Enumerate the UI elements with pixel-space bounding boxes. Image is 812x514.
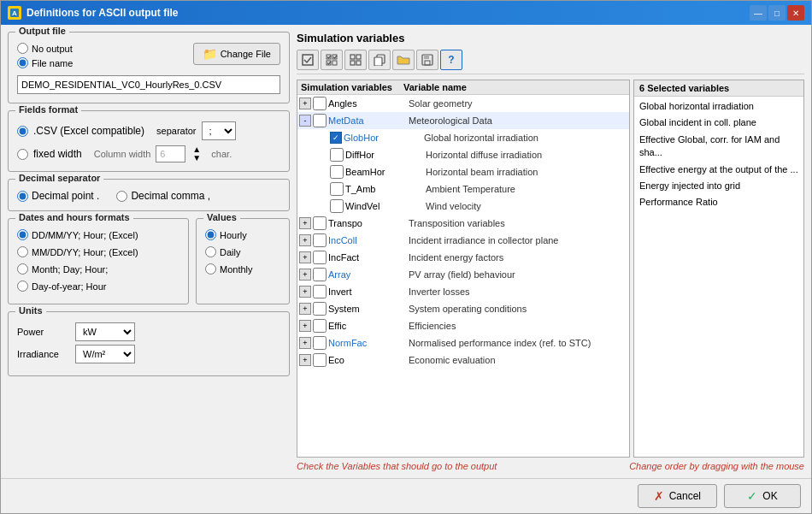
cancel-icon: ✗ <box>654 489 664 503</box>
check-angles[interactable] <box>313 97 327 110</box>
check-metdata[interactable] <box>313 114 327 127</box>
date-label-2[interactable]: Month; Day; Hour; <box>32 264 108 275</box>
tree-row-effic[interactable]: + Effic Efficiencies <box>297 317 629 334</box>
cancel-button[interactable]: ✗ Cancel <box>638 484 717 508</box>
maximize-button[interactable]: □ <box>768 5 786 21</box>
decimal-comma-radio[interactable] <box>116 191 127 202</box>
toolbar-btn-2[interactable] <box>344 50 367 70</box>
tree-row-array[interactable]: + Array PV array (field) behaviour <box>297 266 629 283</box>
values-label-1[interactable]: Daily <box>220 247 240 257</box>
values-label-0[interactable]: Hourly <box>220 230 247 240</box>
check-normfac[interactable] <box>313 336 327 350</box>
toolbar-btn-3[interactable] <box>368 50 391 70</box>
selected-item-0[interactable]: Global horizontal irradiation <box>634 98 803 115</box>
toolbar-btn-5[interactable] <box>416 50 438 70</box>
minimize-button[interactable]: — <box>750 5 767 21</box>
no-output-label[interactable]: No output <box>32 44 73 54</box>
filename-input[interactable]: DEMO_RESIDENTIAL_VC0_HourlyRes_0.CSV <box>17 75 280 94</box>
date-radio-3[interactable] <box>17 281 28 292</box>
no-output-radio[interactable] <box>17 43 28 54</box>
file-name-radio[interactable] <box>17 57 28 68</box>
date-radio-0[interactable] <box>17 229 28 240</box>
tree-row-incfact[interactable]: + IncFact Incident energy factors <box>297 249 629 266</box>
fixed-width-label[interactable]: fixed width <box>33 148 82 160</box>
check-system[interactable] <box>313 302 327 316</box>
fixed-width-row: fixed width Column width ▲ ▼ char. <box>17 145 280 162</box>
values-radio-0[interactable] <box>205 229 216 240</box>
node-eco: Eco <box>328 355 405 365</box>
tree-row-tamb[interactable]: T_Amb Ambient Temperature <box>297 180 629 198</box>
check-globhor[interactable] <box>330 132 342 144</box>
decimal-comma-label[interactable]: Decimal comma , <box>131 190 210 202</box>
tree-row-angles[interactable]: + Angles Solar geometry <box>297 95 629 112</box>
csv-label[interactable]: .CSV (Excel compatible) <box>33 125 144 137</box>
decimal-point-label[interactable]: Decimal point . <box>32 190 99 202</box>
selected-item-1[interactable]: Global incident in coll. plane <box>634 115 803 131</box>
tree-row-windvel[interactable]: WindVel Wind velocity <box>297 198 629 215</box>
check-windvel[interactable] <box>330 199 344 213</box>
check-eco[interactable] <box>313 353 327 367</box>
expand-incfact[interactable]: + <box>299 251 311 263</box>
file-name-label[interactable]: File name <box>32 58 73 68</box>
values-label-2[interactable]: Monthly <box>220 264 253 275</box>
check-array[interactable] <box>313 268 327 281</box>
expand-angles[interactable]: + <box>299 97 311 109</box>
desc-inccoll: Incident irradiance in collector plane <box>409 235 627 245</box>
selected-item-4[interactable]: Energy injected into grid <box>634 178 803 194</box>
check-transpo[interactable] <box>313 216 327 230</box>
expand-transpo[interactable]: + <box>299 217 311 229</box>
check-inccoll[interactable] <box>313 233 327 247</box>
expand-eco[interactable]: + <box>299 354 311 366</box>
selected-item-5[interactable]: Performance Ratio <box>634 194 803 210</box>
check-diffhor[interactable] <box>330 148 344 162</box>
tree-row-globhor[interactable]: GlobHor Global horizontal irradiation <box>297 129 629 146</box>
expand-invert[interactable]: + <box>299 286 311 298</box>
check-tamb[interactable] <box>330 182 344 196</box>
date-label-0[interactable]: DD/MM/YY; Hour; (Excel) <box>32 230 138 240</box>
toolbar-btn-4[interactable] <box>392 50 415 70</box>
tree-row-normfac[interactable]: + NormFac Normalised performance index (… <box>297 334 629 352</box>
power-select[interactable]: kW W MW <box>75 322 135 341</box>
tree-row-beamhor[interactable]: BeamHor Horizontal beam irradiation <box>297 163 629 180</box>
tree-row-system[interactable]: + System System operating conditions <box>297 300 629 317</box>
ok-button[interactable]: ✓ OK <box>724 484 801 508</box>
tree-row-metdata[interactable]: - MetData Meteorological Data <box>297 112 629 129</box>
expand-inccoll[interactable]: + <box>299 234 311 246</box>
date-label-3[interactable]: Day-of-year; Hour <box>32 281 106 292</box>
tree-row-eco[interactable]: + Eco Economic evaluation <box>297 352 629 369</box>
decimal-point-radio[interactable] <box>17 191 28 202</box>
expand-normfac[interactable]: + <box>299 337 311 349</box>
selected-item-3[interactable]: Effective energy at the output of the ..… <box>634 162 803 178</box>
tree-row-invert[interactable]: + Invert Inverter losses <box>297 283 629 300</box>
selected-item-2[interactable]: Effective Global, corr. for IAM and sha.… <box>634 132 803 162</box>
check-invert[interactable] <box>313 285 327 298</box>
date-radio-1[interactable] <box>17 246 28 257</box>
change-file-button[interactable]: 📁 Change File <box>193 43 280 65</box>
values-radio-1[interactable] <box>205 246 216 257</box>
tree-row-transpo[interactable]: + Transpo Transposition variables <box>297 215 629 232</box>
check-incfact[interactable] <box>313 251 327 264</box>
close-button[interactable]: ✕ <box>787 5 804 21</box>
toolbar-btn-6[interactable]: ? <box>440 50 462 70</box>
tree-row-diffhor[interactable]: DiffHor Horizontal diffuse irradiation <box>297 146 629 163</box>
fixed-width-radio[interactable] <box>17 149 28 160</box>
date-radio-2[interactable] <box>17 263 28 275</box>
irradiance-select[interactable]: W/m² kWh/m² <box>75 345 135 363</box>
values-radio-2[interactable] <box>205 263 216 275</box>
expand-metdata[interactable]: - <box>299 115 311 127</box>
toolbar-btn-1[interactable] <box>321 50 343 70</box>
expand-array[interactable]: + <box>299 269 311 281</box>
desc-normfac: Normalised performance index (ref. to ST… <box>409 338 627 348</box>
date-label-1[interactable]: MM/DD/YY; Hour; (Excel) <box>32 247 138 257</box>
decimal-separator-group: Decimal separator Decimal point . Decima… <box>8 179 290 211</box>
expand-system[interactable]: + <box>299 303 311 315</box>
dates-options: DD/MM/YY; Hour; (Excel) MM/DD/YY; Hour; … <box>17 226 179 295</box>
check-beamhor[interactable] <box>330 165 344 179</box>
expand-effic[interactable]: + <box>299 320 311 332</box>
tree-row-inccoll[interactable]: + IncColl Incident irradiance in collect… <box>297 232 629 249</box>
csv-radio[interactable] <box>17 126 28 137</box>
desc-metdata: Meteorological Data <box>409 115 627 126</box>
separator-select[interactable]: ; <box>202 121 236 140</box>
check-effic[interactable] <box>313 319 327 333</box>
toolbar-btn-0[interactable] <box>297 50 319 70</box>
